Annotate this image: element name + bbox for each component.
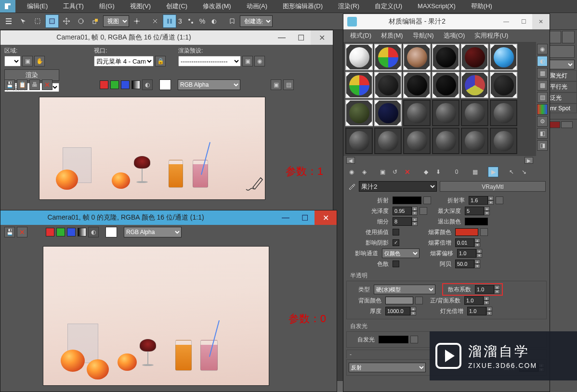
area-dropdown[interactable] xyxy=(4,56,21,66)
mat-menu-material[interactable]: 材质(M) xyxy=(376,29,408,42)
reference-coord-dropdown[interactable]: 视图 xyxy=(103,15,129,27)
mat-slot-23[interactable] xyxy=(461,128,488,154)
assign-to-sel-icon[interactable]: ▣ xyxy=(377,167,388,177)
red-channel-toggle[interactable] xyxy=(100,80,108,89)
brdf-dropdown[interactable]: 反射 xyxy=(349,363,426,372)
render1-close-button[interactable]: ✕ xyxy=(311,30,333,45)
subdivs-input[interactable] xyxy=(393,217,412,226)
cp-light-omni[interactable]: 泛光 xyxy=(548,92,577,104)
mat-slot-18[interactable] xyxy=(490,100,517,126)
material-type-button[interactable]: VRayMtl xyxy=(440,181,546,192)
cp-modify-icon[interactable] xyxy=(562,31,575,43)
scatter-input[interactable] xyxy=(475,285,494,294)
scale-icon[interactable] xyxy=(89,14,102,28)
thickness-input[interactable] xyxy=(385,307,410,315)
glossiness-input[interactable] xyxy=(393,207,412,215)
mat-slot-14[interactable] xyxy=(374,100,402,126)
put-to-lib-icon[interactable]: ⬇ xyxy=(433,167,444,177)
fogbias-spinner[interactable]: ▲▼ xyxy=(476,249,482,258)
mat-slot-3[interactable] xyxy=(403,44,431,70)
backlight-icon[interactable]: ◐ xyxy=(537,56,548,66)
render1-minimize-button[interactable]: — xyxy=(272,30,291,45)
make-unique-icon[interactable]: ◆ xyxy=(420,167,431,177)
selection-filter-dropdown[interactable]: 创建选择 xyxy=(240,15,273,27)
cp-color-swatch[interactable] xyxy=(549,121,560,128)
translucency-type-dropdown[interactable]: 硬(水)模型 xyxy=(374,285,435,294)
maxdepth-input[interactable] xyxy=(465,207,484,215)
clear-icon[interactable]: ✕ xyxy=(42,79,52,90)
scatter-spinner[interactable]: ▲▼ xyxy=(494,285,500,294)
delete-material-icon[interactable]: ✕ xyxy=(402,167,413,177)
mat-menu-options[interactable]: 选项(O) xyxy=(439,29,470,42)
menu-edit[interactable]: 编辑(E) xyxy=(19,0,55,13)
show-end-result-icon[interactable]: ▶ xyxy=(488,167,498,177)
snap-angle-icon[interactable] xyxy=(163,14,176,28)
mat-slot-19[interactable] xyxy=(345,128,373,154)
menu-group[interactable]: 组(G) xyxy=(92,0,122,13)
fb-toggle-b-icon[interactable]: ▤ xyxy=(283,79,294,90)
print-icon[interactable]: 🖶 xyxy=(29,79,40,90)
material-name-dropdown[interactable]: 果汁2 xyxy=(359,181,437,192)
affectchannels-dropdown[interactable]: 仅颜色 xyxy=(382,248,420,258)
mat-slot-17[interactable] xyxy=(461,100,488,126)
menu-customize[interactable]: 自定义(U) xyxy=(367,0,410,13)
mat-slot-10[interactable] xyxy=(432,72,459,98)
pivot-icon[interactable] xyxy=(130,14,144,28)
bg-color-swatch[interactable] xyxy=(159,79,171,90)
pick-material-icon[interactable] xyxy=(347,182,356,191)
refraction-color-swatch[interactable] xyxy=(393,196,421,204)
mat-slot-6[interactable] xyxy=(490,44,517,70)
mono-toggle[interactable]: ◐ xyxy=(142,79,153,90)
mat-close-button[interactable]: ✕ xyxy=(532,14,550,29)
mat-slot-8[interactable] xyxy=(374,72,402,98)
menu-graph-editors[interactable]: 图形编辑器(D) xyxy=(275,0,330,13)
render2-minimize-button[interactable]: — xyxy=(276,210,295,225)
abbe-spinner[interactable]: ▲▼ xyxy=(474,260,480,268)
menu-create[interactable]: 创建(C) xyxy=(158,0,195,13)
menu-animation[interactable]: 动画(A) xyxy=(239,0,275,13)
ior-input[interactable] xyxy=(469,196,488,205)
r2-clear-icon[interactable]: ✕ xyxy=(17,227,27,237)
render2-close-button[interactable]: ✕ xyxy=(315,210,337,225)
r2-blue-channel-toggle[interactable] xyxy=(67,228,76,236)
backcolor-swatch[interactable] xyxy=(385,297,413,304)
cp-light-spot[interactable]: 聚光灯 xyxy=(548,70,577,81)
mat-slot-12[interactable] xyxy=(490,72,517,98)
fogcolor-swatch[interactable] xyxy=(455,228,478,236)
mat-slot-22[interactable] xyxy=(432,128,459,154)
snap-icon[interactable] xyxy=(148,14,162,28)
backcolor-map-button[interactable] xyxy=(415,297,423,304)
mat-slot-1[interactable] xyxy=(345,44,373,70)
dispersion-checkbox[interactable] xyxy=(393,261,399,267)
r2-bg-color-swatch[interactable] xyxy=(105,227,117,237)
lightmult-input[interactable] xyxy=(467,307,486,315)
channel-dropdown[interactable]: RGB Alpha xyxy=(178,79,240,90)
ior-spinner[interactable]: ▲▼ xyxy=(488,196,494,205)
mat-id-icon[interactable]: 0 xyxy=(451,167,462,177)
select-icon[interactable] xyxy=(16,14,30,28)
background-icon[interactable]: ▦ xyxy=(537,68,548,78)
fb-toggle-a-icon[interactable]: ▣ xyxy=(271,79,281,90)
r2-green-channel-toggle[interactable] xyxy=(56,228,65,236)
glossiness-map-button[interactable] xyxy=(420,207,427,215)
render2-maximize-button[interactable]: ☐ xyxy=(295,210,315,225)
mat-slot-2[interactable] xyxy=(374,44,402,70)
maxdepth-spinner[interactable]: ▲▼ xyxy=(484,207,490,215)
sample-scroll-right[interactable]: ▶ xyxy=(525,157,533,164)
mat-map-nav-icon[interactable]: ◨ xyxy=(537,140,548,151)
video-check-icon[interactable]: ▤ xyxy=(537,92,548,103)
sample-type-icon[interactable]: ◉ xyxy=(537,44,548,54)
mat-slot-21[interactable] xyxy=(403,128,431,154)
selfillum-map-button[interactable] xyxy=(410,336,418,343)
mat-slot-9[interactable] xyxy=(403,72,431,98)
menu-maxscript[interactable]: MAXScript(X) xyxy=(410,0,463,13)
area-auto-icon[interactable]: ✋ xyxy=(34,56,45,66)
mat-slot-24[interactable] xyxy=(490,128,517,154)
mat-slot-5[interactable] xyxy=(461,44,488,70)
menu-help[interactable]: 帮助(H) xyxy=(463,0,500,13)
fbcoeff-input[interactable] xyxy=(464,296,484,305)
area-edit-icon[interactable]: ▣ xyxy=(22,56,33,66)
preset-dropdown[interactable]: ---------------------- xyxy=(178,56,241,66)
menu-view[interactable]: 视图(V) xyxy=(122,0,158,13)
selfillum-swatch[interactable] xyxy=(379,336,408,343)
